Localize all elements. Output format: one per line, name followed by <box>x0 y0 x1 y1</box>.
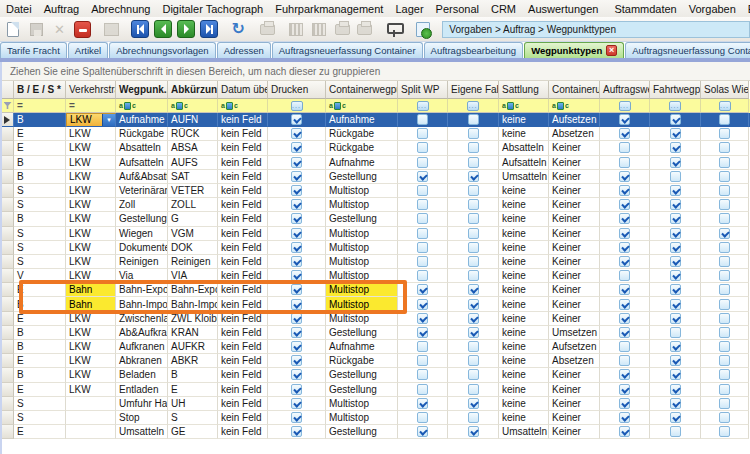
row-indicator[interactable] <box>2 383 14 397</box>
checkbox-unchecked[interactable] <box>417 114 428 125</box>
checkbox-checked[interactable] <box>619 256 630 267</box>
cell-cwp[interactable]: Gestellung <box>326 212 398 226</box>
row-indicator[interactable] <box>2 425 14 439</box>
checkbox-checked[interactable] <box>468 299 479 310</box>
row-indicator[interactable] <box>2 283 14 297</box>
cell-cwp[interactable]: Gestellung <box>326 383 398 397</box>
cell-solas[interactable] <box>701 184 749 198</box>
checkbox-checked[interactable] <box>670 128 681 139</box>
checkbox-unchecked[interactable] <box>468 384 479 395</box>
cell-abk[interactable]: Bahn-Import <box>168 297 218 311</box>
cell-wegpunkt[interactable]: Abkranen <box>116 354 168 368</box>
cell-fwp[interactable] <box>650 156 701 170</box>
filter-cell-abk[interactable]: ac <box>168 99 218 113</box>
cell-eigene[interactable] <box>448 156 499 170</box>
cell-cwp[interactable]: Multistop <box>326 397 398 411</box>
cell-datum[interactable]: kein Feld <box>218 326 268 340</box>
cell-drucken[interactable] <box>268 326 326 340</box>
column-header-solas[interactable]: Solas Wiegen <box>701 81 749 99</box>
cell-fwp[interactable] <box>650 425 701 439</box>
cell-cwp[interactable]: Aufnahme <box>326 340 398 354</box>
cell-split[interactable] <box>398 141 448 155</box>
cell-datum[interactable]: kein Feld <box>218 269 268 283</box>
cell-cumschlag[interactable]: Keiner <box>549 411 600 425</box>
cell-awp[interactable] <box>600 326 650 340</box>
checkbox-checked[interactable] <box>468 327 479 338</box>
cell-drucken[interactable] <box>268 127 326 141</box>
cell-eigene[interactable] <box>448 368 499 382</box>
cell-split[interactable] <box>398 113 448 127</box>
cell-datum[interactable]: kein Feld <box>218 227 268 241</box>
menu-item-crm[interactable]: CRM <box>485 2 522 16</box>
cell-datum[interactable]: kein Feld <box>218 340 268 354</box>
column-header-datum[interactable]: Datum über... <box>218 81 268 99</box>
checkbox-unchecked[interactable] <box>417 270 428 281</box>
row-indicator[interactable] <box>2 297 14 311</box>
checkbox-unchecked[interactable] <box>670 327 681 338</box>
checkbox-checked[interactable] <box>670 341 681 352</box>
filter-cell-split[interactable]: ... <box>398 99 448 113</box>
checkbox-unchecked[interactable] <box>417 185 428 196</box>
checkbox-checked[interactable] <box>619 327 630 338</box>
cell-sattlung[interactable]: keine <box>499 354 549 368</box>
checkbox-checked[interactable] <box>670 142 681 153</box>
row-indicator[interactable] <box>2 113 14 127</box>
cell-abk[interactable]: AUFN <box>168 113 218 127</box>
menu-item-digitaler-tachograph[interactable]: Digitaler Tachograph <box>156 2 269 16</box>
cell-sattlung[interactable]: keine <box>499 297 549 311</box>
cell-solas[interactable] <box>701 425 749 439</box>
cell-abk[interactable]: KRAN <box>168 326 218 340</box>
cell-wegpunkt[interactable]: Aufnahme <box>116 113 168 127</box>
cell-split[interactable] <box>398 354 448 368</box>
cell-abk[interactable]: Bahn-Export <box>168 283 218 297</box>
cell-drucken[interactable] <box>268 397 326 411</box>
cell-drucken[interactable] <box>268 269 326 283</box>
cell-drucken[interactable] <box>268 383 326 397</box>
cell-abk[interactable]: Reinigen <box>168 255 218 269</box>
cell-abk[interactable]: VETER <box>168 184 218 198</box>
checkbox-unchecked[interactable] <box>417 412 428 423</box>
cell-fwp[interactable] <box>650 411 701 425</box>
cell-datum[interactable]: kein Feld <box>218 283 268 297</box>
cell-traeger[interactable]: LKW <box>66 156 116 170</box>
cell-solas[interactable] <box>701 198 749 212</box>
cell-cumschlag[interactable]: Umsetzen <box>549 326 600 340</box>
cell-datum[interactable]: kein Feld <box>218 297 268 311</box>
cell-datum[interactable]: kein Feld <box>218 113 268 127</box>
column-header-awp[interactable]: Auftragswe... <box>600 81 650 99</box>
cell-bes[interactable]: E <box>14 354 66 368</box>
cell-bes[interactable]: S <box>14 397 66 411</box>
row-indicator[interactable] <box>2 397 14 411</box>
cell-awp[interactable] <box>600 227 650 241</box>
delete-button[interactable] <box>72 19 93 40</box>
cell-cwp[interactable]: Rückgabe <box>326 141 398 155</box>
checkbox-checked[interactable] <box>291 185 302 196</box>
checkbox-checked[interactable] <box>670 313 681 324</box>
checkbox-unchecked[interactable] <box>417 142 428 153</box>
cell-abk[interactable]: ABKR <box>168 354 218 368</box>
checkbox-checked[interactable] <box>619 228 630 239</box>
cell-eigene[interactable] <box>448 269 499 283</box>
row-indicator[interactable] <box>2 127 14 141</box>
checkbox-checked[interactable] <box>619 114 630 125</box>
cell-datum[interactable]: kein Feld <box>218 184 268 198</box>
cell-abk[interactable]: ZOLL <box>168 198 218 212</box>
cell-traeger[interactable]: LKW <box>66 141 116 155</box>
cell-fwp[interactable] <box>650 198 701 212</box>
cell-sattlung[interactable]: keine <box>499 411 549 425</box>
cell-wegpunkt[interactable]: Umfuhr Hafen <box>116 397 168 411</box>
cell-cwp[interactable]: Multistop <box>326 269 398 283</box>
checkbox-checked[interactable] <box>291 199 302 210</box>
cell-cumschlag[interactable]: Keiner <box>549 170 600 184</box>
cell-traeger[interactable]: LKW <box>66 212 116 226</box>
dropdown-arrow-icon[interactable]: ▼ <box>102 114 115 126</box>
checkbox-unchecked[interactable] <box>468 242 479 253</box>
cell-drucken[interactable] <box>268 212 326 226</box>
checkbox-checked[interactable] <box>619 299 630 310</box>
cell-eigene[interactable] <box>448 184 499 198</box>
cell-cwp[interactable]: Multistop <box>326 184 398 198</box>
menu-item-auftrag[interactable]: Auftrag <box>38 2 85 16</box>
row-indicator[interactable] <box>2 227 14 241</box>
cell-eigene[interactable] <box>448 383 499 397</box>
filter-row-indicator[interactable] <box>2 99 14 113</box>
